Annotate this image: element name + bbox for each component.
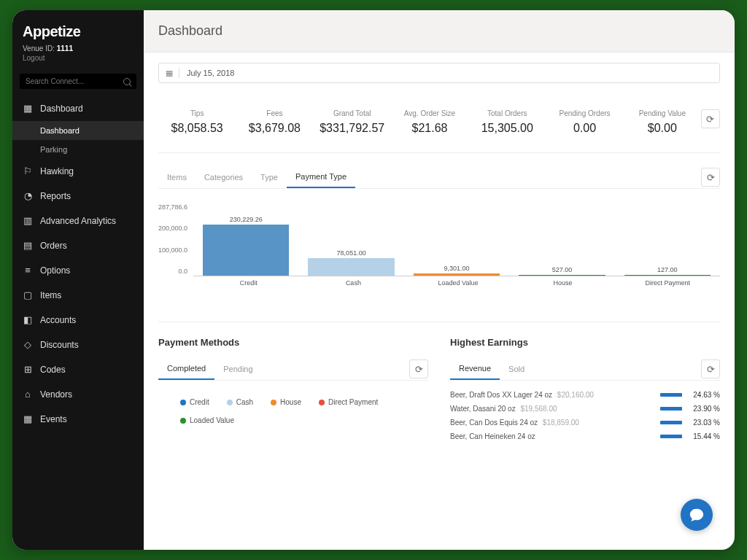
subtab-pending[interactable]: Pending (214, 359, 261, 379)
date-picker-row: ▦ July 15, 2018 (158, 63, 720, 83)
nav-icon: ⌂ (23, 389, 33, 400)
refresh-button[interactable]: ⟳ (701, 168, 720, 187)
x-tick: Cash (301, 276, 406, 287)
sidebar-item-orders[interactable]: ▤Orders (12, 233, 144, 258)
earnings-bar (660, 407, 682, 411)
refresh-button[interactable]: ⟳ (409, 359, 428, 378)
kpi-fees: Fees$3,679.08 (236, 109, 313, 135)
nav-menu: ▦DashboardDashboardParking⚐Hawking◔Repor… (12, 96, 144, 550)
earnings-pct: 15.44 % (689, 432, 720, 440)
subtab-revenue[interactable]: Revenue (450, 358, 500, 380)
earnings-name: Water, Dasani 20 oz $19,568.00 (450, 405, 653, 413)
sidebar-item-dashboard[interactable]: ▦Dashboard (12, 96, 144, 121)
legend-item-loaded-value: Loaded Value (180, 416, 234, 424)
chart-tab-payment-type[interactable]: Payment Type (287, 166, 355, 188)
refresh-button[interactable]: ⟳ (701, 359, 720, 378)
highest-earnings-panel: Highest Earnings RevenueSold⟳ Beer, Draf… (450, 337, 720, 446)
chart-bar-house: 527.00 (509, 203, 614, 276)
kpi-pending-value: Pending Value$0.00 (624, 109, 701, 135)
bar-value-label: 230,229.26 (230, 216, 263, 223)
earnings-name: Beer, Can Dos Equis 24 oz $18,859.00 (450, 419, 653, 427)
kpi-value: $3,679.08 (236, 122, 313, 135)
kpi-label: Tips (158, 109, 236, 117)
nav-label: Discounts (40, 340, 79, 350)
nav-icon: ◧ (23, 315, 33, 325)
payment-methods-tabs: CompletedPending⟳ (158, 358, 428, 381)
earnings-row: Beer, Draft Dos XX Lager 24 oz $20,160.0… (450, 391, 720, 399)
sidebar-item-events[interactable]: ▦Events (12, 407, 144, 432)
bar-value-label: 527.00 (552, 266, 573, 273)
earnings-name: Beer, Draft Dos XX Lager 24 oz $20,160.0… (450, 391, 653, 399)
earnings-bar (660, 421, 682, 424)
earnings-pct: 24.63 % (689, 391, 720, 399)
nav-icon: ▦ (23, 104, 33, 114)
chat-bubble-button[interactable] (681, 499, 713, 531)
sidebar-item-codes[interactable]: ⊞Codes (12, 357, 144, 382)
chart-x-axis: CreditCashLoaded ValueHouseDirect Paymen… (196, 276, 720, 287)
logout-link[interactable]: Logout (12, 52, 144, 69)
nav-icon: ▢ (23, 290, 33, 300)
nav-label: Dashboard (40, 104, 83, 114)
refresh-button[interactable]: ⟳ (701, 109, 720, 128)
bar-value-label: 9,301.00 (444, 265, 470, 272)
subtab-completed[interactable]: Completed (158, 358, 214, 380)
subtab-sold[interactable]: Sold (500, 359, 533, 379)
nav-label: Accounts (40, 315, 76, 325)
legend-label: Direct Payment (328, 398, 378, 406)
date-picker[interactable]: ▦ July 15, 2018 (158, 63, 720, 83)
sidebar-item-items[interactable]: ▢Items (12, 283, 144, 308)
x-tick: Loaded Value (406, 276, 511, 287)
sidebar-subitem-dashboard[interactable]: Dashboard (12, 121, 144, 140)
venue-id: Venue ID: 1111 (12, 44, 144, 52)
search-input[interactable] (26, 77, 123, 85)
nav-label: Options (40, 265, 70, 276)
earnings-bar (660, 435, 682, 438)
kpi-avg.-order-size: Avg. Order Size$21.68 (391, 109, 468, 135)
sidebar-item-advanced-analytics[interactable]: ▥Advanced Analytics (12, 209, 144, 233)
sidebar-item-discounts[interactable]: ◇Discounts (12, 332, 144, 357)
bar-value-label: 78,051.00 (337, 249, 366, 257)
kpi-value: $8,058.53 (158, 122, 236, 135)
x-tick: Direct Payment (615, 276, 720, 287)
page-title: Dashboard (144, 10, 735, 52)
sidebar-item-accounts[interactable]: ◧Accounts (12, 308, 144, 332)
payment-type-chart: 287,786.6200,000.0100,000.00.0 230,229.2… (158, 196, 720, 300)
kpi-total-orders: Total Orders15,305.00 (468, 109, 546, 135)
chart-y-axis: 287,786.6200,000.0100,000.00.0 (158, 203, 187, 276)
highest-earnings-rows: Beer, Draft Dos XX Lager 24 oz $20,160.0… (450, 391, 720, 440)
chart-bar-loaded-value: 9,301.00 (404, 203, 509, 276)
calendar-icon: ▦ (159, 69, 179, 78)
earnings-amount: $20,160.00 (557, 391, 594, 399)
date-value: July 15, 2018 (179, 69, 241, 77)
search-connect[interactable] (20, 74, 136, 89)
kpi-label: Grand Total (314, 109, 391, 117)
sidebar-item-vendors[interactable]: ⌂Vendors (12, 382, 144, 407)
chart-tab-items[interactable]: Items (158, 167, 196, 187)
kpi-label: Avg. Order Size (391, 109, 468, 117)
search-icon (123, 78, 131, 85)
kpi-value: 15,305.00 (468, 122, 546, 135)
chart-tab-categories[interactable]: Categories (196, 167, 252, 187)
legend-item-house: House (271, 398, 301, 406)
sidebar-item-hawking[interactable]: ⚐Hawking (12, 159, 144, 184)
sidebar-item-options[interactable]: ≡Options (12, 258, 144, 283)
kpi-label: Pending Orders (546, 109, 623, 117)
nav-label: Vendors (40, 389, 72, 400)
chart-bars: 230,229.2678,051.009,301.00527.00127.00 (193, 203, 720, 276)
earnings-bar (660, 393, 682, 397)
legend-dot (180, 418, 186, 424)
nav-icon: ≡ (23, 265, 33, 276)
nav-icon: ⚐ (23, 166, 33, 176)
panel-title: Highest Earnings (450, 337, 720, 348)
kpi-grand-total: Grand Total$331,792.57 (314, 109, 391, 135)
kpi-value: $0.00 (624, 122, 701, 135)
sidebar-item-reports[interactable]: ◔Reports (12, 184, 144, 209)
bar (203, 225, 289, 276)
main-content: Dashboard ▦ July 15, 2018 Tips$8,058.53F… (144, 10, 735, 550)
sidebar-subitem-parking[interactable]: Parking (12, 140, 144, 159)
earnings-row: Beer, Can Dos Equis 24 oz $18,859.0023.0… (450, 419, 720, 427)
legend-dot (319, 400, 325, 405)
earnings-pct: 23.03 % (689, 419, 720, 427)
panel-title: Payment Methods (158, 337, 428, 348)
chart-tab-type[interactable]: Type (252, 167, 287, 187)
